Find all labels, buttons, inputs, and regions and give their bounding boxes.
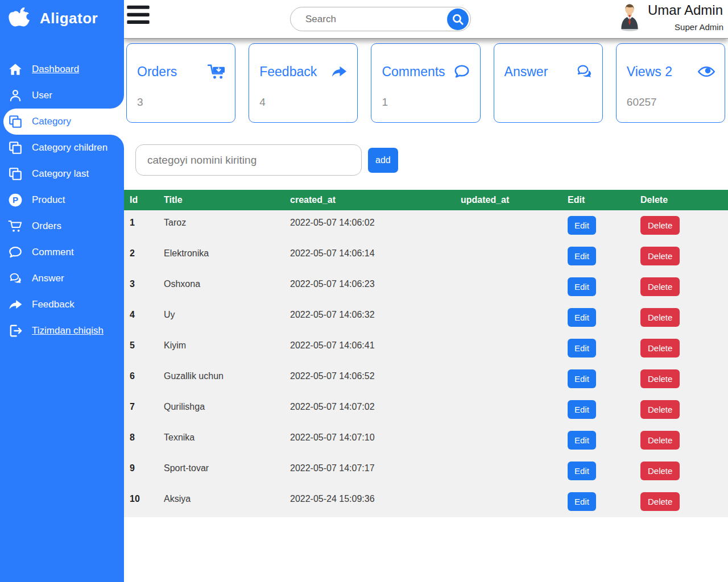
search-button[interactable] [447,9,469,30]
delete-button[interactable]: Delete [640,492,680,511]
cell-delete: Delete [640,425,728,456]
delete-button[interactable]: Delete [640,339,680,357]
cell-updated-at [461,302,568,333]
edit-button[interactable]: Edit [568,308,596,327]
search-box [290,7,471,31]
sidebar-item-category-last[interactable]: Category last [0,161,124,187]
delete-button[interactable]: Delete [640,400,680,419]
sidebar-item-category-children[interactable]: Category children [0,135,124,161]
cell-id: 5 [124,333,164,364]
sidebar-item-comment[interactable]: Comment [0,239,124,265]
user-role: Super Admin [647,22,723,32]
cell-updated-at [461,241,568,272]
stat-card-title: Answer [504,64,548,80]
delete-button[interactable]: Delete [640,462,680,480]
avatar [617,2,643,32]
sidebar-item-category[interactable]: Category [3,109,124,135]
cell-id: 7 [124,394,164,425]
copy-icon [8,114,23,129]
sidebar-item-label: User [32,90,52,101]
edit-button[interactable]: Edit [568,400,596,419]
edit-button[interactable]: Edit [568,431,596,450]
stat-card-value: 4 [259,96,266,109]
cell-created-at: 2022-05-07 14:06:41 [290,333,461,364]
edit-button[interactable]: Edit [568,247,596,265]
cell-edit: Edit [568,456,640,487]
delete-button[interactable]: Delete [640,247,680,265]
sidebar-item-label: Answer [32,273,64,284]
edit-button[interactable]: Edit [568,369,596,388]
search-input[interactable] [305,9,436,30]
category-form: add [135,144,728,176]
sidebar-item-product[interactable]: PProduct [0,187,124,213]
sidebar-item-label: Orders [32,221,61,232]
header-updated-at: updated_at [461,190,568,210]
user-menu[interactable]: Umar Admin Super Admin [617,0,728,39]
cell-edit: Edit [568,364,640,394]
hamburger-menu-button[interactable] [127,5,150,25]
logout-icon [8,323,23,338]
stat-card-head: Orders [127,44,235,80]
cell-title: Qurilishga [164,394,290,425]
edit-button[interactable]: Edit [568,462,596,480]
sidebar-item-tizimdan-chiqish[interactable]: Tizimdan chiqish [0,318,124,344]
share-arrow-icon [8,297,23,312]
edit-button[interactable]: Edit [568,492,596,511]
table-row: 6Guzallik uchun2022-05-07 14:06:52EditDe… [124,364,728,394]
comment-icon [453,63,471,80]
stat-card-feedback[interactable]: Feedback4 [249,43,358,123]
cart-icon [8,219,23,234]
sidebar-item-label: Category [32,116,71,127]
topbar: Umar Admin Super Admin [124,0,728,39]
cell-title: Aksiya [164,487,290,517]
copy-icon [8,167,23,181]
share-arrow-icon [330,63,348,80]
category-name-input[interactable] [135,144,362,176]
cell-updated-at [461,487,568,517]
cell-edit: Edit [568,333,640,364]
cell-edit: Edit [568,302,640,333]
cell-title: Texnika [164,425,290,456]
sidebar-item-feedback[interactable]: Feedback [0,292,124,318]
cell-edit: Edit [568,394,640,425]
stat-card-views-2[interactable]: Views 260257 [616,43,725,123]
delete-button[interactable]: Delete [640,277,680,296]
edit-button[interactable]: Edit [568,339,596,357]
delete-button[interactable]: Delete [640,216,680,235]
table-row: 4Uy2022-05-07 14:06:32EditDelete [124,302,728,333]
copy-icon [8,140,23,155]
apple-icon [7,6,32,31]
sidebar-item-label: Tizimdan chiqish [32,325,104,336]
cell-title: Kiyim [164,333,290,364]
admin-dashboard: Aligator DashboardUserCategoryCategory c… [0,0,728,582]
delete-button[interactable]: Delete [640,369,680,388]
comment-icon [8,245,23,260]
sidebar-item-user[interactable]: User [0,82,124,109]
stat-card-value: 3 [137,96,143,109]
delete-button[interactable]: Delete [640,308,680,327]
stat-card-orders[interactable]: Orders3 [126,43,235,123]
cell-id: 1 [124,210,164,241]
table-row: 5Kiyim2022-05-07 14:06:41EditDelete [124,333,728,364]
edit-button[interactable]: Edit [568,277,596,296]
cell-edit: Edit [568,210,640,241]
sidebar-item-orders[interactable]: Orders [0,213,124,239]
stat-cards: Orders3Feedback4Comments1AnswerViews 260… [124,39,728,123]
cell-created-at: 2022-05-07 14:07:17 [290,456,461,487]
add-category-button[interactable]: add [368,148,398,173]
cell-delete: Delete [640,333,728,364]
sidebar-item-answer[interactable]: Answer [0,265,124,292]
header-delete: Delete [640,190,728,210]
sidebar-item-label: Product [32,194,65,206]
delete-button[interactable]: Delete [640,431,680,450]
cell-updated-at [461,456,568,487]
sidebar-item-dashboard[interactable]: Dashboard [0,56,124,82]
stat-card-comments[interactable]: Comments1 [371,43,480,123]
stat-card-head: Views 2 [617,44,725,80]
edit-button[interactable]: Edit [568,216,596,235]
table-header-row: Id Title created_at updated_at Edit Dele… [124,190,728,210]
cell-id: 10 [124,487,164,517]
stat-card-answer[interactable]: Answer [494,43,603,123]
cell-id: 9 [124,456,164,487]
brand-name: Aligator [40,10,98,27]
